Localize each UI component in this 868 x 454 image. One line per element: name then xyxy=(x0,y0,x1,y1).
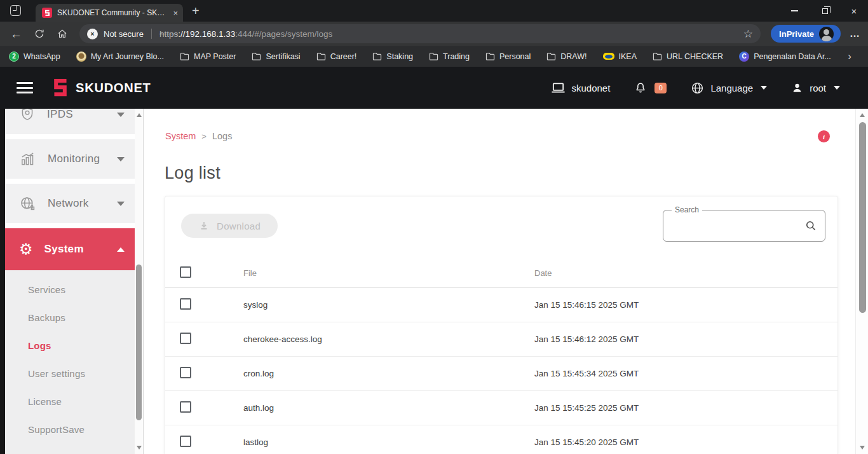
tab-actions-icon[interactable] xyxy=(10,5,21,16)
home-icon[interactable] xyxy=(57,28,68,39)
refresh-icon[interactable] xyxy=(34,28,45,39)
log-list-card: Download Search File Date xyxy=(165,196,838,454)
sidebar-item-license[interactable]: License xyxy=(5,387,135,415)
sidebar-item-services[interactable]: Services xyxy=(5,275,135,303)
breadcrumb-separator: > xyxy=(201,132,207,141)
browser-window: SKUDONET Community - SKUDO × + × ← × Not… xyxy=(0,0,868,454)
skudonet-favicon-icon xyxy=(42,8,52,18)
monitoring-chart-icon xyxy=(19,151,36,167)
address-divider xyxy=(151,29,152,39)
inprivate-badge[interactable]: InPrivate xyxy=(771,25,841,43)
sidebar-scrollbar[interactable] xyxy=(135,109,143,454)
sidebar-item-supportsave[interactable]: SupportSave xyxy=(5,415,135,443)
course-icon: C xyxy=(739,52,749,62)
scroll-up-icon[interactable] xyxy=(860,113,865,117)
sidebar-item-monitoring[interactable]: Monitoring xyxy=(5,139,135,179)
download-button[interactable]: Download xyxy=(181,214,278,238)
row-checkbox[interactable] xyxy=(180,436,191,447)
user-menu[interactable]: root xyxy=(791,82,840,94)
column-header-date: Date xyxy=(534,268,837,278)
bell-icon xyxy=(634,81,647,95)
row-checkbox[interactable] xyxy=(180,367,191,378)
breadcrumb-current: Logs xyxy=(212,131,232,141)
security-label[interactable]: Not secure xyxy=(104,29,144,39)
chevron-down-icon xyxy=(117,157,125,162)
page-scrollbar[interactable] xyxy=(855,109,868,454)
search-field-label: Search xyxy=(672,205,702,214)
row-checkbox[interactable] xyxy=(180,298,191,310)
search-input[interactable] xyxy=(671,216,792,236)
scroll-down-icon[interactable] xyxy=(860,446,865,450)
window-minimize-button[interactable] xyxy=(787,5,802,17)
log-file-name: auth.log xyxy=(243,403,534,413)
page-scrollbar-thumb[interactable] xyxy=(859,122,866,313)
back-icon[interactable]: ← xyxy=(10,28,22,40)
browser-tab[interactable]: SKUDONET Community - SKUDO × xyxy=(36,4,183,22)
table-row: auth.log Jan 15 15:45:25 2025 GMT xyxy=(165,391,837,425)
folder-icon xyxy=(372,52,382,60)
window-close-button[interactable]: × xyxy=(846,5,862,17)
bookmark-url-checker[interactable]: URL CHECKER xyxy=(653,52,723,61)
sidebar-item-user-settings[interactable]: User settings xyxy=(5,359,135,387)
bookmark-ikea[interactable]: IKEA xyxy=(603,52,637,61)
profile-avatar xyxy=(819,27,834,41)
browser-menu-icon[interactable]: … xyxy=(850,28,860,39)
folder-icon xyxy=(546,52,556,60)
hostname-indicator[interactable]: skudonet xyxy=(551,81,611,94)
app-body: IPDS Monitoring Network ⚙ System Service… xyxy=(0,109,868,454)
log-file-date: Jan 15 15:45:34 2025 GMT xyxy=(534,369,837,378)
browser-toolbar: ← × Not secure https://192.168.1.33:444/… xyxy=(0,22,868,46)
bookmark-trading[interactable]: Trading xyxy=(429,52,470,61)
log-file-date: Jan 15 15:46:12 2025 GMT xyxy=(534,334,837,344)
scroll-up-icon[interactable] xyxy=(137,113,142,117)
search-field: Search xyxy=(663,210,825,242)
bookmark-sertifikasi[interactable]: Sertifikasi xyxy=(252,52,300,61)
sidebar-item-system[interactable]: ⚙ System xyxy=(5,228,135,270)
sidebar-scrollbar-thumb[interactable] xyxy=(136,265,142,420)
scroll-down-icon[interactable] xyxy=(137,446,142,450)
hamburger-menu-icon[interactable] xyxy=(17,82,33,93)
bookmark-staking[interactable]: Staking xyxy=(372,52,413,61)
sidebar-item-backups[interactable]: Backups xyxy=(5,303,135,331)
bookmark-pengenalan-data[interactable]: CPengenalan Data Ar... xyxy=(739,52,831,62)
laptop-icon xyxy=(551,81,566,94)
select-all-checkbox[interactable] xyxy=(180,266,191,278)
art-journey-icon xyxy=(76,52,86,62)
log-file-date: Jan 15 15:46:15 2025 GMT xyxy=(534,300,837,310)
log-file-date: Jan 15 15:45:20 2025 GMT xyxy=(534,437,837,447)
sidebar-item-ipds[interactable]: IPDS xyxy=(5,109,135,134)
skudonet-logo: SKUDONET xyxy=(51,78,151,97)
window-restore-button[interactable] xyxy=(817,5,832,17)
folder-icon xyxy=(653,52,662,60)
log-file-name: cron.log xyxy=(243,369,534,378)
bookmark-draw[interactable]: DRAW! xyxy=(546,52,587,61)
main-content: System > Logs i Log list Download Search xyxy=(144,109,855,454)
info-icon[interactable]: i xyxy=(818,130,830,142)
address-bar[interactable]: × Not secure https://192.168.1.33:444/#/… xyxy=(79,24,761,43)
table-row: syslog Jan 15 15:46:15 2025 GMT xyxy=(165,288,837,322)
download-icon xyxy=(198,220,210,231)
url-text[interactable]: https://192.168.1.33:444/#/pages/system/… xyxy=(159,29,738,39)
bookmarks-overflow-chevron[interactable]: › xyxy=(848,50,851,63)
breadcrumb-system-link[interactable]: System xyxy=(165,131,196,141)
browser-tab-bar: SKUDONET Community - SKUDO × + × xyxy=(0,0,868,22)
bookmark-career[interactable]: Career! xyxy=(316,52,357,61)
notifications-button[interactable]: 0 xyxy=(634,81,667,95)
bookmark-personal[interactable]: Personal xyxy=(485,52,531,61)
log-file-name: cherokee-access.log xyxy=(243,334,534,344)
bookmark-map-poster[interactable]: MAP Poster xyxy=(180,52,236,61)
sidebar-item-logs[interactable]: Logs xyxy=(5,331,135,359)
tab-close-icon[interactable]: × xyxy=(173,8,178,18)
favorite-star-icon[interactable]: ☆ xyxy=(743,27,753,41)
sidebar-item-network[interactable]: Network xyxy=(5,184,135,223)
new-tab-button[interactable]: + xyxy=(192,3,200,19)
sidebar: IPDS Monitoring Network ⚙ System Service… xyxy=(5,109,135,454)
language-menu[interactable]: Language xyxy=(691,81,767,95)
bookmark-art-journey[interactable]: My Art Journey Blo... xyxy=(76,52,164,62)
page-title: Log list xyxy=(165,163,220,183)
search-icon[interactable] xyxy=(804,219,817,232)
bookmark-whatsapp[interactable]: 2WhatsApp xyxy=(9,52,60,62)
chevron-down-icon xyxy=(117,113,125,117)
row-checkbox[interactable] xyxy=(180,401,191,413)
row-checkbox[interactable] xyxy=(180,333,191,344)
